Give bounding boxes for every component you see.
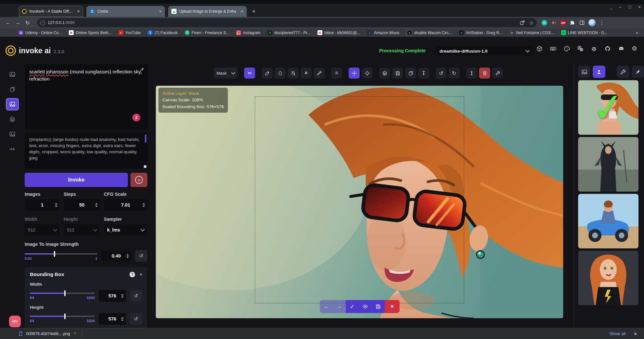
mute-tab-icon[interactable] [551, 20, 557, 26]
previous-image-button[interactable]: ← [320, 300, 333, 313]
save-staged-button[interactable] [372, 300, 385, 313]
brush-tool-button[interactable] [262, 68, 273, 79]
forward-button[interactable]: → [13, 20, 23, 26]
i2i-reset-button[interactable]: ↺ [135, 250, 147, 262]
tab-civitai[interactable]: C Civitai × [86, 6, 165, 17]
gallery-images-toggle[interactable] [578, 66, 590, 78]
prompt-input[interactable]: scarlett johansson (round sunglasses) re… [29, 68, 143, 123]
tab-training[interactable] [6, 143, 19, 155]
download-item[interactable]: 000979.40d74eb5....png ^ [18, 331, 76, 336]
layer-select[interactable]: Mask [214, 68, 238, 79]
site-info-icon[interactable]: i [40, 20, 45, 25]
copy-to-clipboard-button[interactable] [405, 68, 416, 79]
tab-nodes[interactable] [6, 113, 19, 125]
bookmark-neil-fontaine[interactable]: ∞Neil Fontaine | CGS... [506, 29, 557, 36]
bookmark-fiverr[interactable]: fFiverr - Freelance S... [182, 29, 232, 36]
bbox-height-reset[interactable]: ↺ [130, 313, 142, 325]
download-menu-icon[interactable]: ^ [74, 332, 76, 336]
tab-text-to-image[interactable] [6, 68, 19, 81]
collapse-icon[interactable]: ^ [140, 272, 142, 277]
github-icon[interactable] [604, 45, 611, 52]
tab-unified-canvas[interactable] [6, 98, 19, 110]
discard-image-button[interactable]: × [385, 300, 400, 313]
back-button[interactable]: ← [3, 20, 13, 26]
bounding-box-overlay[interactable] [255, 96, 464, 303]
upload-image-button[interactable]: ↥ [466, 68, 477, 79]
slider-thumb[interactable] [64, 313, 66, 319]
fill-mask-button[interactable] [275, 68, 286, 79]
stepper-arrows[interactable] [121, 290, 124, 302]
cancel-button[interactable]: × [130, 173, 147, 187]
accept-image-button[interactable]: ✓ [346, 300, 359, 313]
merge-visible-button[interactable] [379, 68, 390, 79]
next-image-button[interactable]: → [333, 300, 346, 313]
color-picker-button[interactable] [314, 68, 325, 79]
bbox-height-slider[interactable] [30, 316, 95, 317]
clear-canvas-button[interactable] [479, 68, 490, 79]
scrollbar-thumb[interactable] [145, 134, 146, 143]
bookmark-wacom[interactable]: ✓disable Wacom Circ... [404, 29, 455, 36]
stepper-arrows[interactable] [95, 199, 98, 211]
bookmark-facebook[interactable]: f(7) Facebook [145, 29, 180, 36]
maximize-button[interactable]: □ [629, 5, 631, 9]
share-icon[interactable] [519, 20, 525, 26]
i2i-strength-slider[interactable] [25, 253, 97, 255]
bookmark-youtube[interactable]: ▸YouTube [116, 29, 143, 36]
bookmark-webtoon[interactable]: WLINE WEBTOON - G... [558, 29, 611, 36]
tab-close-icon[interactable]: × [77, 9, 80, 14]
images-stepper[interactable]: 1 [25, 199, 60, 211]
width-select[interactable]: 512 [25, 224, 60, 236]
negative-prompt-box[interactable]: ((implants)) (large boobs) nude bad anat… [25, 132, 147, 169]
steps-stepper[interactable]: 50 [64, 199, 100, 211]
gallery-pin-button[interactable] [632, 66, 644, 78]
tab-invokeai[interactable]: InvokeAI - A Stable Diffusion Too × [19, 6, 83, 17]
tab-search-icon[interactable]: ˬ [611, 5, 612, 9]
move-tool-button[interactable] [349, 68, 360, 79]
downloads-close-icon[interactable]: × [634, 331, 637, 336]
canvas-settings-button[interactable] [492, 68, 503, 79]
bookmark-amazon-music[interactable]: ♪Amazon Music [364, 29, 402, 36]
slider-thumb[interactable] [64, 290, 66, 296]
clear-mask-button[interactable]: × [301, 68, 312, 79]
gallery-settings-button[interactable] [617, 66, 629, 78]
new-tab-button[interactable]: + [249, 7, 258, 16]
download-image-button[interactable]: ↧ [418, 68, 429, 79]
model-select[interactable]: dreamlike-diffusion-1.0 [436, 46, 533, 56]
extensions-puzzle-icon[interactable] [570, 20, 576, 26]
browser-menu-icon[interactable]: ⋮ [599, 20, 604, 26]
bookmark-instagram[interactable]: Instagram [233, 29, 263, 36]
gallery-thumbnail-1[interactable]: ✓ [578, 80, 638, 135]
bbox-width-stepper[interactable]: 576 [99, 290, 126, 302]
model-manager-icon[interactable] [536, 45, 543, 52]
cfg-scale-stepper[interactable]: 7.01 [104, 199, 147, 211]
resize-handle[interactable] [144, 165, 146, 168]
bookmark-udemy[interactable]: UUdemy - Online Co... [16, 29, 65, 36]
negative-prompt-input[interactable]: ((implants)) (large boobs) nude bad anat… [29, 136, 143, 162]
close-button[interactable]: × [638, 5, 641, 9]
i2i-strength-stepper[interactable]: 0.40 [101, 250, 131, 262]
help-icon[interactable]: ? [130, 272, 135, 277]
settings-gear-icon[interactable]: ⚙ [632, 45, 637, 52]
slider-thumb[interactable] [54, 251, 55, 257]
tab-image-to-image[interactable] [6, 83, 19, 95]
redo-button[interactable]: ↻ [449, 68, 460, 79]
stepper-arrows[interactable] [126, 250, 129, 262]
reset-view-button[interactable] [362, 68, 373, 79]
bookmark-star-icon[interactable]: ☆ [529, 20, 534, 26]
theme-icon[interactable] [564, 45, 570, 52]
sampler-select[interactable]: k_lms [104, 224, 147, 236]
tab-close-icon[interactable]: × [241, 9, 243, 14]
bug-report-icon[interactable] [591, 45, 597, 52]
bookmark-sports[interactable]: BOnline Sports Betti... [66, 29, 114, 36]
side-panel-icon[interactable] [579, 20, 585, 26]
gallery-thumbnail-3[interactable] [578, 194, 638, 248]
prompt-box[interactable]: scarlett johansson (round sunglasses) re… [25, 64, 147, 130]
bbox-width-reset[interactable]: ↺ [130, 290, 142, 302]
stepper-arrows[interactable] [142, 199, 145, 211]
gallery-thumbnail-2[interactable] [578, 137, 638, 192]
preserve-mask-button[interactable] [288, 68, 299, 79]
save-to-gallery-button[interactable] [392, 68, 403, 79]
minimize-button[interactable]: – [619, 5, 621, 9]
mask-enable-button[interactable]: ∞ [244, 68, 255, 79]
bbox-height-stepper[interactable]: 576 [99, 313, 126, 325]
